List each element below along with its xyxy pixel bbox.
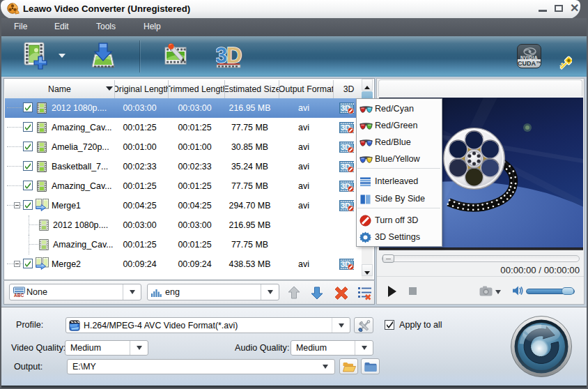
svg-text:3: 3 <box>216 43 227 68</box>
svg-text:D: D <box>226 43 242 68</box>
svg-text:ABC: ABC <box>14 293 24 298</box>
